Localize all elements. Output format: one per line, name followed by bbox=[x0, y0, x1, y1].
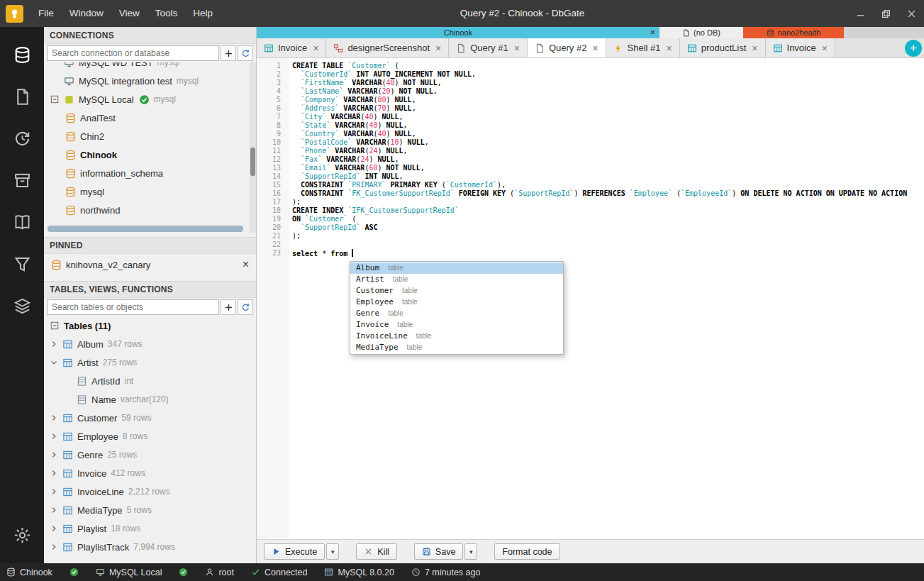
editor-line[interactable]: CONSTRAINT `FK_CustomerSupportRepId` FOR… bbox=[292, 189, 924, 198]
database-chinook[interactable]: Chinook bbox=[44, 145, 256, 164]
statusbar-7-minutes-ago[interactable]: 7 minutes ago bbox=[411, 568, 481, 577]
table-artist[interactable]: Artist275 rows bbox=[44, 353, 256, 372]
tab-productlist[interactable]: productList× bbox=[680, 38, 766, 57]
tab-invoice[interactable]: Invoice× bbox=[257, 38, 326, 57]
activitybar-archive-button[interactable] bbox=[0, 160, 44, 201]
editor-line[interactable]: `SupportRepId` ASC bbox=[292, 223, 924, 232]
menu-tools[interactable]: Tools bbox=[147, 0, 186, 27]
menu-help[interactable]: Help bbox=[185, 0, 221, 27]
activitybar-funnel-button[interactable] bbox=[0, 243, 44, 285]
close-icon[interactable]: × bbox=[435, 43, 441, 54]
activitybar-gear-button[interactable] bbox=[0, 514, 44, 556]
autocomplete-item-customer[interactable]: Customertable bbox=[350, 285, 563, 297]
kill-button[interactable]: Kill bbox=[356, 543, 397, 560]
editor-line[interactable]: CREATE TABLE `Customer` ( bbox=[292, 62, 924, 70]
tables-search-input[interactable] bbox=[47, 299, 219, 315]
close-icon[interactable]: × bbox=[592, 43, 598, 54]
close-icon[interactable]: × bbox=[514, 43, 520, 54]
column-artistid[interactable]: ArtistIdint bbox=[44, 372, 256, 390]
autocomplete-item-mediatype[interactable]: MediaTypetable bbox=[350, 342, 563, 353]
table-mediatype[interactable]: MediaType5 rows bbox=[44, 501, 256, 519]
table-album[interactable]: Album347 rows bbox=[44, 335, 256, 353]
editor-line[interactable]: `Phone` VARCHAR(24) NULL, bbox=[292, 147, 924, 155]
statusbar-indicator-4[interactable] bbox=[179, 568, 188, 577]
close-icon[interactable]: × bbox=[822, 43, 828, 54]
connection-mysql-wd-test[interactable]: MySQL WD TESTmysql bbox=[44, 62, 256, 72]
tab-designerscreenshot[interactable]: designerScreenshot× bbox=[326, 38, 449, 57]
add-connection-button[interactable] bbox=[221, 45, 236, 61]
save-dropdown-button[interactable]: ▾ bbox=[464, 543, 477, 560]
statusbar-connected[interactable]: Connected bbox=[251, 568, 307, 577]
editor-line[interactable]: `Country` VARCHAR(40) NULL, bbox=[292, 130, 924, 138]
autocomplete-item-artist[interactable]: Artisttable bbox=[350, 274, 563, 285]
statusbar-indicator-2[interactable] bbox=[69, 568, 79, 577]
dbgroup-chinook[interactable]: Chinook× bbox=[257, 27, 659, 38]
connections-horizontal-scrollbar[interactable] bbox=[48, 226, 243, 232]
editor-line[interactable]: CONSTRAINT `PRIMARY` PRIMARY KEY (`Custo… bbox=[292, 181, 924, 189]
editor-line[interactable]: ON `Customer` ( bbox=[292, 215, 924, 223]
tab-query-1[interactable]: Query #1× bbox=[449, 38, 528, 57]
window-minimize-button[interactable] bbox=[847, 0, 873, 27]
database-chin2[interactable]: Chin2 bbox=[44, 127, 256, 145]
statusbar-mysql-8-0-20[interactable]: MySQL 8.0.20 bbox=[324, 568, 394, 577]
editor-line[interactable]: `FirstName` VARCHAR(40) NOT NULL, bbox=[292, 79, 924, 87]
statusbar-chinook[interactable]: Chinook bbox=[6, 568, 52, 577]
format-code-button[interactable]: Format code bbox=[494, 543, 560, 560]
activitybar-layers-button[interactable] bbox=[0, 285, 44, 327]
scrollbar-thumb[interactable] bbox=[250, 148, 255, 176]
refresh-tables-button[interactable] bbox=[238, 299, 253, 315]
tab-shell-1[interactable]: Shell #1× bbox=[606, 38, 680, 57]
database-northwind[interactable]: northwind bbox=[44, 201, 256, 219]
window-restore-button[interactable] bbox=[873, 0, 898, 27]
connection-mysql-local[interactable]: MySQL Localmysql bbox=[44, 90, 256, 109]
database-mysql[interactable]: mysql bbox=[44, 182, 256, 201]
editor-line[interactable]: `CustomerId` INT AUTO_INCREMENT NOT NULL… bbox=[292, 70, 924, 79]
statusbar-mysql-local[interactable]: MySQL Local bbox=[96, 568, 162, 577]
autocomplete-item-genre[interactable]: Genretable bbox=[350, 308, 563, 319]
sql-editor[interactable]: 1234567891011121314151617181920212223 CR… bbox=[257, 58, 924, 539]
pinned-item-knihovna-v2-canary[interactable]: knihovna_v2_canary× bbox=[44, 254, 256, 275]
editor-line[interactable] bbox=[292, 240, 924, 249]
autocomplete-item-employee[interactable]: Employeetable bbox=[350, 297, 563, 308]
menu-view[interactable]: View bbox=[111, 0, 147, 27]
dbgroup-no-db[interactable]: (no DB) bbox=[659, 27, 743, 38]
tables-group-row[interactable]: Tables (11) bbox=[44, 316, 256, 335]
table-employee[interactable]: Employee8 rows bbox=[44, 427, 256, 446]
table-invoiceline[interactable]: InvoiceLine2,212 rows bbox=[44, 482, 256, 501]
activitybar-file-button[interactable] bbox=[0, 76, 44, 118]
editor-line[interactable]: `City` VARCHAR(40) NULL, bbox=[292, 113, 924, 121]
new-tab-button[interactable]: + bbox=[905, 40, 922, 57]
editor-line[interactable]: CREATE INDEX `IFK_CustomerSupportRepId` bbox=[292, 206, 924, 215]
editor-line[interactable]: `State` VARCHAR(40) NULL, bbox=[292, 121, 924, 130]
menu-window[interactable]: Window bbox=[62, 0, 111, 27]
tab-query-2[interactable]: Query #2× bbox=[528, 38, 606, 57]
database-analtest[interactable]: AnalTest bbox=[44, 109, 256, 127]
editor-line[interactable]: select * from bbox=[292, 249, 924, 258]
close-icon[interactable]: × bbox=[667, 43, 672, 54]
autocomplete-item-invoice[interactable]: Invoicetable bbox=[350, 319, 563, 331]
refresh-connections-button[interactable] bbox=[238, 45, 253, 61]
activitybar-book-button[interactable] bbox=[0, 201, 44, 243]
editor-line[interactable]: `SupportRepId` INT NULL, bbox=[292, 172, 924, 181]
connections-search-input[interactable] bbox=[47, 45, 219, 61]
table-customer[interactable]: Customer59 rows bbox=[44, 409, 256, 427]
dbgroup-nano2health[interactable]: nano2health bbox=[743, 27, 844, 38]
execute-dropdown-button[interactable]: ▾ bbox=[326, 543, 339, 560]
statusbar-root[interactable]: root bbox=[205, 568, 234, 577]
table-playlisttrack[interactable]: PlaylistTrack7,994 rows bbox=[44, 538, 256, 556]
editor-line[interactable]: ); bbox=[292, 232, 924, 240]
column-name[interactable]: Namevarchar(120) bbox=[44, 390, 256, 409]
editor-line[interactable]: `PostalCode` VARCHAR(10) NULL, bbox=[292, 138, 924, 147]
table-playlist[interactable]: Playlist18 rows bbox=[44, 519, 256, 538]
window-close-button[interactable] bbox=[898, 0, 924, 27]
save-button[interactable]: Save bbox=[414, 543, 464, 560]
editor-line[interactable]: `Address` VARCHAR(70) NULL, bbox=[292, 104, 924, 113]
activitybar-database-button[interactable] bbox=[0, 34, 44, 76]
editor-line[interactable]: ); bbox=[292, 198, 924, 206]
autocomplete-item-album[interactable]: Albumtable bbox=[350, 262, 563, 274]
autocomplete-item-invoiceline[interactable]: InvoiceLinetable bbox=[350, 331, 563, 342]
editor-line[interactable]: `Fax` VARCHAR(24) NULL, bbox=[292, 155, 924, 164]
close-icon[interactable]: × bbox=[752, 43, 757, 54]
close-icon[interactable]: × bbox=[313, 43, 318, 54]
connections-vertical-scrollbar[interactable] bbox=[250, 62, 256, 233]
